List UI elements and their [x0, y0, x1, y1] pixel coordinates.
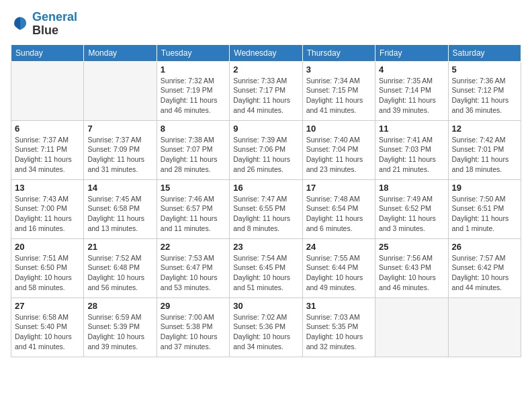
day-detail: Sunrise: 7:40 AM Sunset: 7:04 PM Dayligh…: [306, 135, 371, 175]
day-number: 31: [306, 301, 371, 311]
day-number: 21: [87, 242, 152, 252]
day-detail: Sunrise: 7:36 AM Sunset: 7:12 PM Dayligh…: [452, 76, 517, 116]
day-detail: Sunrise: 7:56 AM Sunset: 6:43 PM Dayligh…: [379, 253, 444, 293]
day-detail: Sunrise: 6:59 AM Sunset: 5:39 PM Dayligh…: [87, 312, 152, 352]
day-detail: Sunrise: 7:33 AM Sunset: 7:17 PM Dayligh…: [233, 76, 298, 116]
day-number: 13: [15, 183, 80, 193]
calendar-cell: 16Sunrise: 7:47 AM Sunset: 6:55 PM Dayli…: [230, 179, 302, 238]
logo: General Blue: [11, 11, 77, 38]
calendar-cell: 26Sunrise: 7:57 AM Sunset: 6:42 PM Dayli…: [448, 238, 521, 298]
calendar-cell: 27Sunrise: 6:58 AM Sunset: 5:40 PM Dayli…: [11, 298, 84, 357]
day-detail: Sunrise: 7:55 AM Sunset: 6:44 PM Dayligh…: [306, 253, 371, 293]
weekday-header-friday: Friday: [375, 44, 448, 61]
calendar-cell: 5Sunrise: 7:36 AM Sunset: 7:12 PM Daylig…: [448, 61, 521, 120]
day-number: 4: [379, 64, 444, 75]
calendar-cell: 4Sunrise: 7:35 AM Sunset: 7:14 PM Daylig…: [375, 61, 448, 120]
calendar-cell: 24Sunrise: 7:55 AM Sunset: 6:44 PM Dayli…: [302, 238, 375, 298]
day-detail: Sunrise: 7:54 AM Sunset: 6:45 PM Dayligh…: [233, 253, 298, 293]
calendar-cell: 31Sunrise: 7:03 AM Sunset: 5:35 PM Dayli…: [302, 298, 375, 357]
calendar-week-1: 1Sunrise: 7:32 AM Sunset: 7:19 PM Daylig…: [11, 61, 521, 120]
day-number: 2: [233, 64, 298, 75]
day-number: 26: [452, 242, 517, 252]
calendar-cell: 12Sunrise: 7:42 AM Sunset: 7:01 PM Dayli…: [448, 120, 521, 179]
calendar-cell: 23Sunrise: 7:54 AM Sunset: 6:45 PM Dayli…: [230, 238, 302, 298]
day-detail: Sunrise: 7:37 AM Sunset: 7:11 PM Dayligh…: [15, 135, 80, 175]
weekday-header-wednesday: Wednesday: [230, 44, 302, 61]
day-number: 14: [87, 183, 152, 193]
day-number: 12: [452, 124, 517, 134]
day-number: 1: [161, 64, 226, 75]
day-detail: Sunrise: 6:58 AM Sunset: 5:40 PM Dayligh…: [15, 312, 80, 352]
day-detail: Sunrise: 7:45 AM Sunset: 6:58 PM Dayligh…: [87, 194, 152, 234]
day-number: 30: [233, 301, 298, 311]
calendar-cell: 7Sunrise: 7:37 AM Sunset: 7:09 PM Daylig…: [84, 120, 157, 179]
day-number: 24: [306, 242, 371, 252]
logo-icon: [11, 15, 30, 34]
calendar-week-2: 6Sunrise: 7:37 AM Sunset: 7:11 PM Daylig…: [11, 120, 521, 179]
day-detail: Sunrise: 7:46 AM Sunset: 6:57 PM Dayligh…: [161, 194, 226, 234]
calendar-table: SundayMondayTuesdayWednesdayThursdayFrid…: [11, 44, 521, 357]
calendar-week-3: 13Sunrise: 7:43 AM Sunset: 7:00 PM Dayli…: [11, 179, 521, 238]
calendar-cell: 22Sunrise: 7:53 AM Sunset: 6:47 PM Dayli…: [157, 238, 229, 298]
calendar-cell: 30Sunrise: 7:02 AM Sunset: 5:36 PM Dayli…: [230, 298, 302, 357]
calendar-cell: 13Sunrise: 7:43 AM Sunset: 7:00 PM Dayli…: [11, 179, 84, 238]
calendar-cell: 2Sunrise: 7:33 AM Sunset: 7:17 PM Daylig…: [230, 61, 302, 120]
day-number: 20: [15, 242, 80, 252]
day-detail: Sunrise: 7:53 AM Sunset: 6:47 PM Dayligh…: [161, 253, 226, 293]
day-detail: Sunrise: 7:48 AM Sunset: 6:54 PM Dayligh…: [306, 194, 371, 234]
calendar-cell: [11, 61, 84, 120]
calendar-cell: [375, 298, 448, 357]
day-detail: Sunrise: 7:37 AM Sunset: 7:09 PM Dayligh…: [87, 135, 152, 175]
day-detail: Sunrise: 7:00 AM Sunset: 5:38 PM Dayligh…: [161, 312, 226, 352]
day-number: 19: [452, 183, 517, 193]
day-number: 7: [87, 124, 152, 134]
day-number: 8: [161, 124, 226, 134]
calendar-cell: 17Sunrise: 7:48 AM Sunset: 6:54 PM Dayli…: [302, 179, 375, 238]
day-number: 11: [379, 124, 444, 134]
calendar-cell: 25Sunrise: 7:56 AM Sunset: 6:43 PM Dayli…: [375, 238, 448, 298]
calendar-cell: 28Sunrise: 6:59 AM Sunset: 5:39 PM Dayli…: [84, 298, 157, 357]
calendar-cell: 9Sunrise: 7:39 AM Sunset: 7:06 PM Daylig…: [230, 120, 302, 179]
day-number: 16: [233, 183, 298, 193]
day-number: 29: [161, 301, 226, 311]
day-number: 18: [379, 183, 444, 193]
calendar-cell: 29Sunrise: 7:00 AM Sunset: 5:38 PM Dayli…: [157, 298, 229, 357]
weekday-header-monday: Monday: [84, 44, 157, 61]
day-number: 17: [306, 183, 371, 193]
day-number: 23: [233, 242, 298, 252]
calendar-cell: [84, 61, 157, 120]
day-number: 9: [233, 124, 298, 134]
day-number: 27: [15, 301, 80, 311]
calendar-week-5: 27Sunrise: 6:58 AM Sunset: 5:40 PM Dayli…: [11, 298, 521, 357]
calendar-cell: 18Sunrise: 7:49 AM Sunset: 6:52 PM Dayli…: [375, 179, 448, 238]
day-number: 6: [15, 124, 80, 134]
day-detail: Sunrise: 7:02 AM Sunset: 5:36 PM Dayligh…: [233, 312, 298, 352]
weekday-header-sunday: Sunday: [11, 44, 84, 61]
day-detail: Sunrise: 7:50 AM Sunset: 6:51 PM Dayligh…: [452, 194, 517, 234]
day-number: 25: [379, 242, 444, 252]
calendar-cell: [448, 298, 521, 357]
day-detail: Sunrise: 7:43 AM Sunset: 7:00 PM Dayligh…: [15, 194, 80, 234]
day-detail: Sunrise: 7:52 AM Sunset: 6:48 PM Dayligh…: [87, 253, 152, 293]
weekday-header-thursday: Thursday: [302, 44, 375, 61]
calendar-cell: 20Sunrise: 7:51 AM Sunset: 6:50 PM Dayli…: [11, 238, 84, 298]
day-detail: Sunrise: 7:57 AM Sunset: 6:42 PM Dayligh…: [452, 253, 517, 293]
day-detail: Sunrise: 7:35 AM Sunset: 7:14 PM Dayligh…: [379, 76, 444, 116]
weekday-header-tuesday: Tuesday: [157, 44, 229, 61]
calendar-week-4: 20Sunrise: 7:51 AM Sunset: 6:50 PM Dayli…: [11, 238, 521, 298]
day-number: 10: [306, 124, 371, 134]
day-detail: Sunrise: 7:32 AM Sunset: 7:19 PM Dayligh…: [161, 76, 226, 116]
day-number: 3: [306, 64, 371, 75]
day-detail: Sunrise: 7:47 AM Sunset: 6:55 PM Dayligh…: [233, 194, 298, 234]
day-number: 5: [452, 64, 517, 75]
calendar-cell: 15Sunrise: 7:46 AM Sunset: 6:57 PM Dayli…: [157, 179, 229, 238]
day-detail: Sunrise: 7:51 AM Sunset: 6:50 PM Dayligh…: [15, 253, 80, 293]
day-detail: Sunrise: 7:41 AM Sunset: 7:03 PM Dayligh…: [379, 135, 444, 175]
calendar-cell: 1Sunrise: 7:32 AM Sunset: 7:19 PM Daylig…: [157, 61, 229, 120]
day-detail: Sunrise: 7:42 AM Sunset: 7:01 PM Dayligh…: [452, 135, 517, 175]
day-detail: Sunrise: 7:03 AM Sunset: 5:35 PM Dayligh…: [306, 312, 371, 352]
day-number: 22: [161, 242, 226, 252]
calendar-cell: 11Sunrise: 7:41 AM Sunset: 7:03 PM Dayli…: [375, 120, 448, 179]
calendar-cell: 14Sunrise: 7:45 AM Sunset: 6:58 PM Dayli…: [84, 179, 157, 238]
calendar-cell: 21Sunrise: 7:52 AM Sunset: 6:48 PM Dayli…: [84, 238, 157, 298]
